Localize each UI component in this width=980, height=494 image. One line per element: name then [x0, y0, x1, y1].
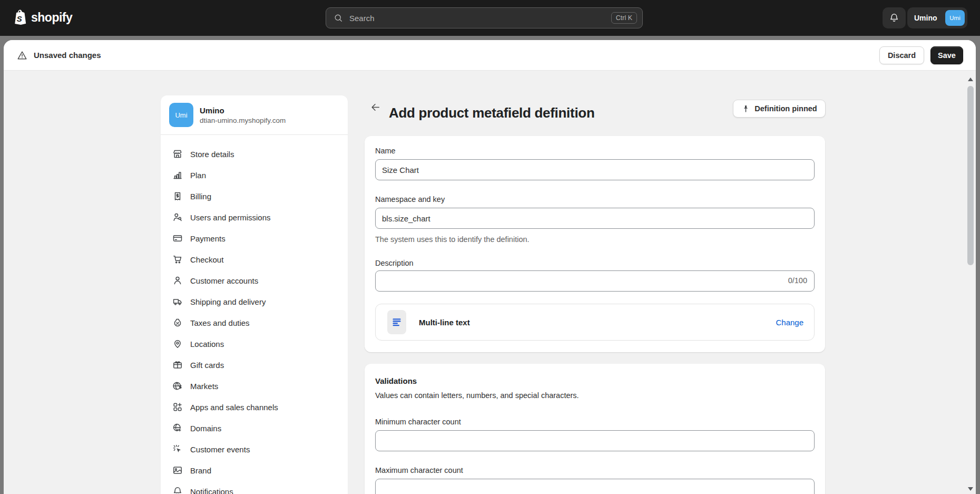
scrollbar — [966, 71, 975, 494]
users-icon — [172, 212, 183, 222]
sidebar-item-checkout[interactable]: Checkout — [165, 249, 344, 270]
svg-text:S: S — [17, 15, 22, 23]
validations-card: Validations Values can contain letters, … — [365, 364, 825, 494]
max-count-input[interactable] — [375, 479, 815, 494]
sidebar-item-customer-accounts[interactable]: Customer accounts — [165, 270, 344, 291]
validations-subtitle: Values can contain letters, numbers, and… — [375, 391, 579, 400]
sidebar-item-taxes-and-duties[interactable]: Taxes and duties — [165, 312, 344, 333]
content-type-label: Multi-line text — [419, 318, 776, 327]
back-arrow-icon — [370, 102, 381, 113]
taxes-icon — [172, 317, 183, 328]
sidebar-item-apps-and-sales-channels[interactable]: Apps and sales channels — [165, 396, 344, 418]
warning-icon — [17, 50, 27, 61]
settings-modal: Unsaved changes Discard Save Umi Umino d… — [4, 40, 976, 494]
multi-line-text-icon — [391, 317, 402, 327]
namespace-help-text: The system uses this to identify the def… — [375, 235, 530, 244]
storefront-icon — [172, 149, 183, 159]
search-icon — [334, 13, 343, 23]
brand-icon — [172, 465, 183, 476]
markets-icon — [172, 381, 183, 391]
sidebar-item-plan[interactable]: Plan — [165, 164, 344, 186]
settings-sidebar: Umi Umino dtian-umino.myshopify.com Stor… — [161, 95, 348, 494]
definition-pinned-button[interactable]: Definition pinned — [733, 100, 826, 118]
billing-icon — [172, 191, 183, 201]
pin-icon — [741, 104, 750, 113]
avatar: Umi — [945, 10, 965, 26]
validations-title: Validations — [375, 376, 417, 385]
min-count-input[interactable] — [375, 430, 815, 451]
store-card[interactable]: Umi Umino dtian-umino.myshopify.com — [161, 95, 348, 135]
user-menu[interactable]: Umino Umi — [907, 7, 967, 28]
sidebar-item-locations[interactable]: Locations — [165, 333, 344, 354]
checkout-icon — [172, 254, 183, 265]
description-counter: 0/100 — [788, 276, 807, 285]
locations-icon — [172, 338, 183, 349]
sidebar-item-payments[interactable]: Payments — [165, 228, 344, 249]
max-count-label: Maximum character count — [375, 466, 463, 474]
sidebar-item-domains[interactable]: Domains — [165, 418, 344, 439]
shipping-icon — [172, 296, 183, 307]
notifications-button[interactable] — [883, 7, 906, 28]
domains-icon — [172, 423, 183, 433]
namespace-input[interactable] — [375, 208, 815, 229]
namespace-label: Namespace and key — [375, 195, 445, 204]
plan-icon — [172, 170, 183, 180]
content-type-box: Multi-line text Change — [375, 304, 815, 341]
notifications-icon — [172, 486, 183, 494]
sidebar-item-brand[interactable]: Brand — [165, 460, 344, 481]
scrollbar-thumb[interactable] — [967, 86, 974, 265]
store-domain: dtian-umino.myshopify.com — [200, 117, 286, 124]
sidebar-item-gift-cards[interactable]: Gift cards — [165, 354, 344, 375]
topbar: S shopify Ctrl K Umino Umi — [0, 0, 980, 36]
gift-cards-icon — [172, 360, 183, 370]
store-avatar: Umi — [169, 103, 193, 127]
min-count-label: Minimum character count — [375, 418, 461, 426]
unsaved-changes-bar: Unsaved changes Discard Save — [4, 40, 976, 71]
shopify-logo[interactable]: S shopify — [11, 8, 72, 27]
search-input[interactable] — [348, 13, 611, 23]
search-shortcut: Ctrl K — [611, 12, 637, 24]
unsaved-changes-message: Unsaved changes — [34, 40, 101, 70]
description-label: Description — [375, 259, 414, 267]
save-button[interactable]: Save — [930, 46, 963, 64]
sidebar-item-billing[interactable]: Billing — [165, 186, 344, 207]
user-store-name: Umino — [914, 14, 937, 22]
shopify-bag-icon: S — [11, 8, 27, 27]
sidebar-item-users-and-permissions[interactable]: Users and permissions — [165, 207, 344, 228]
apps-icon — [172, 402, 183, 412]
settings-nav: Store details Plan Billing Users and per… — [161, 135, 348, 494]
sidebar-item-shipping-and-delivery[interactable]: Shipping and delivery — [165, 291, 344, 312]
back-button[interactable] — [366, 98, 384, 116]
customer-accounts-icon — [172, 275, 183, 286]
customer-events-icon — [172, 444, 183, 454]
shopify-wordmark: shopify — [31, 11, 72, 25]
sidebar-item-markets[interactable]: Markets — [165, 375, 344, 396]
change-type-link[interactable]: Change — [776, 318, 803, 327]
description-input[interactable] — [375, 270, 815, 292]
discard-button[interactable]: Discard — [879, 46, 924, 64]
scrollbar-up-arrow[interactable] — [968, 78, 973, 81]
scrollbar-down-arrow[interactable] — [968, 487, 973, 491]
global-search[interactable]: Ctrl K — [326, 7, 643, 28]
sidebar-item-store-details[interactable]: Store details — [165, 143, 344, 164]
content-type-tile — [387, 310, 406, 334]
sidebar-item-customer-events[interactable]: Customer events — [165, 439, 344, 460]
name-label: Name — [375, 147, 396, 155]
payments-icon — [172, 233, 183, 244]
sidebar-item-notifications[interactable]: Notifications — [165, 481, 344, 494]
bell-icon — [889, 13, 899, 23]
name-input[interactable] — [375, 159, 815, 180]
definition-card: Name Namespace and key The system uses t… — [365, 136, 825, 352]
store-name: Umino — [200, 106, 286, 115]
page-title: Add product metafield definition — [389, 105, 595, 121]
definition-pinned-label: Definition pinned — [754, 104, 817, 113]
